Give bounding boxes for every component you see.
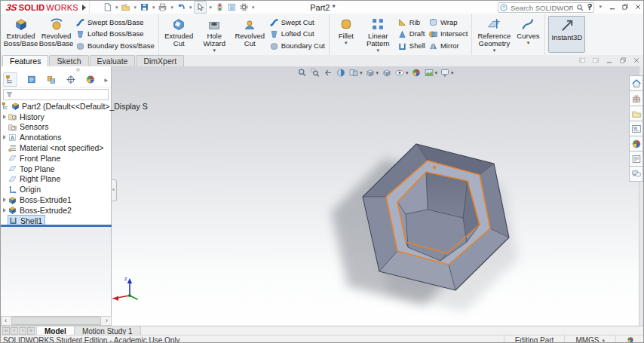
- expand-arrow-icon[interactable]: [1, 135, 8, 139]
- restore-button[interactable]: [621, 3, 629, 11]
- doc-close-button[interactable]: [633, 57, 640, 64]
- hole-wizard-button[interactable]: Hole Wizard ▾: [197, 15, 232, 54]
- tree-item-boss-extrude1[interactable]: Boss-Extrude1: [1, 194, 111, 205]
- graphics-viewport[interactable]: z x ▾ ▾ ▾ ▾ ▾: [1, 66, 644, 326]
- swept-cut-button[interactable]: Swept Cut: [269, 17, 325, 28]
- revolved-boss-base-button[interactable]: Revolved Boss/Base: [38, 15, 74, 54]
- units-selector[interactable]: MMGS ▴: [564, 335, 615, 343]
- tree-item-right-plane[interactable]: Right Plane: [1, 174, 111, 185]
- dropdown-caret-icon[interactable]: ▾: [527, 40, 530, 45]
- custom-properties-tab[interactable]: [629, 151, 643, 167]
- undo-button[interactable]: [176, 2, 187, 13]
- panel-tabs-overflow-icon[interactable]: ▸: [104, 76, 108, 84]
- reference-geometry-button[interactable]: Reference Geometry ▾: [474, 15, 514, 54]
- previous-view-button[interactable]: [323, 68, 333, 78]
- new-button[interactable]: [102, 2, 113, 13]
- boundary-cut-button[interactable]: Boundary Cut: [269, 41, 325, 51]
- minimize-button[interactable]: [609, 3, 616, 11]
- close-button[interactable]: [634, 3, 642, 11]
- tree-filter-box[interactable]: [3, 89, 109, 100]
- tab-features[interactable]: Features: [2, 55, 48, 66]
- tree-item-part[interactable]: Part2 (Default<<Default>_Display S: [1, 101, 111, 112]
- view-orientation-button[interactable]: ▾: [365, 68, 379, 78]
- first-tab-icon[interactable]: «: [2, 327, 10, 335]
- doc-restore-button[interactable]: [619, 57, 627, 64]
- search-icon[interactable]: [576, 4, 584, 12]
- open-button[interactable]: [120, 2, 131, 13]
- instant3d-button[interactable]: Instant3D: [548, 16, 585, 53]
- last-tab-icon[interactable]: »: [27, 327, 35, 335]
- next-tab-icon[interactable]: ›: [19, 327, 26, 335]
- tree-item-front-plane[interactable]: Front Plane: [1, 153, 111, 164]
- tab-sketch[interactable]: Sketch: [49, 55, 88, 66]
- expand-arrow-icon[interactable]: [1, 115, 8, 119]
- view-settings-button[interactable]: ▾: [440, 68, 454, 78]
- tree-item-boss-extrude2[interactable]: Boss-Extrude2: [1, 205, 111, 216]
- panel-collapse-handle[interactable]: [112, 179, 117, 201]
- displaymanager-tab-icon[interactable]: [85, 74, 96, 85]
- configurationmanager-tab-icon[interactable]: [46, 74, 57, 85]
- dropdown-caret-icon[interactable]: ▾: [213, 47, 216, 53]
- tree-item-sensors[interactable]: Sensors: [1, 122, 111, 133]
- lofted-cut-button[interactable]: Lofted Cut: [269, 29, 325, 39]
- appearances-tab[interactable]: [629, 136, 643, 152]
- file-explorer-tab[interactable]: [629, 106, 643, 121]
- scroll-left-icon[interactable]: ‹: [2, 317, 10, 325]
- file-properties-button[interactable]: [226, 2, 238, 13]
- solidworks-logo[interactable]: 3S SOLIDWORKS: [1, 1, 90, 14]
- tab-evaluate[interactable]: Evaluate: [90, 55, 136, 66]
- dropdown-caret-icon[interactable]: ▾: [493, 47, 496, 53]
- lofted-boss-base-button[interactable]: Lofted Boss/Base: [75, 29, 155, 39]
- curves-button[interactable]: Curves ▾: [514, 15, 542, 54]
- edit-appearance-button[interactable]: [411, 68, 422, 78]
- tree-item-origin[interactable]: Origin: [1, 184, 111, 194]
- panel-width-handle[interactable]: [76, 68, 80, 72]
- tree-item-top-plane[interactable]: Top Plane: [1, 164, 111, 174]
- prev-tab-icon[interactable]: ‹: [11, 327, 18, 335]
- draft-button[interactable]: Draft: [397, 29, 425, 39]
- menu-flyout-icon[interactable]: [82, 5, 86, 11]
- help-search-box[interactable]: ? ▾: [498, 2, 594, 13]
- 3d-drawing-view-button[interactable]: ▾: [348, 68, 363, 78]
- linear-pattern-button[interactable]: Linear Pattern ▾: [360, 15, 396, 54]
- print-button[interactable]: [157, 2, 168, 13]
- pane-right-icon[interactable]: [592, 57, 600, 64]
- pane-left-icon[interactable]: [578, 57, 586, 64]
- tree-item-history[interactable]: History: [1, 112, 111, 122]
- home-tab[interactable]: [629, 75, 643, 91]
- rebuild-button[interactable]: [214, 2, 225, 13]
- zoom-to-area-button[interactable]: [310, 68, 320, 78]
- featuremanager-tab[interactable]: [3, 72, 17, 87]
- tree-horizontal-scrollbar[interactable]: ‹ ›: [1, 316, 112, 326]
- forum-tab[interactable]: [629, 166, 643, 182]
- view-palette-tab[interactable]: [629, 121, 643, 136]
- search-input[interactable]: [509, 3, 575, 13]
- propertymanager-tab-icon[interactable]: [26, 74, 37, 85]
- boundary-boss-base-button[interactable]: Boundary Boss/Base: [75, 41, 155, 51]
- select-button[interactable]: [194, 1, 207, 14]
- revolved-cut-button[interactable]: Revolved Cut: [232, 15, 268, 54]
- display-style-button[interactable]: [381, 68, 392, 78]
- options-button[interactable]: [238, 2, 250, 13]
- wrap-button[interactable]: Wrap: [428, 17, 468, 28]
- save-button[interactable]: [139, 2, 150, 13]
- expand-arrow-icon[interactable]: [1, 198, 8, 202]
- section-view-button[interactable]: [336, 68, 346, 78]
- dropdown-caret-icon[interactable]: ▾: [377, 47, 380, 53]
- mirror-button[interactable]: Mirror: [428, 41, 468, 51]
- fillet-button[interactable]: Fillet ▾: [332, 15, 360, 54]
- doc-minimize-button[interactable]: [606, 57, 613, 64]
- swept-boss-base-button[interactable]: Swept Boss/Base: [75, 17, 155, 28]
- rib-button[interactable]: Rib: [397, 17, 425, 28]
- status-sphere-button[interactable]: [615, 335, 644, 343]
- extruded-cut-button[interactable]: Extruded Cut: [161, 15, 197, 54]
- tree-item-annotations[interactable]: Annotations: [1, 132, 111, 142]
- zoom-to-fit-button[interactable]: [297, 68, 308, 78]
- design-library-tab[interactable]: [629, 90, 643, 106]
- scrollbar-thumb[interactable]: [11, 317, 101, 325]
- dropdown-caret-icon[interactable]: ▾: [345, 40, 348, 45]
- tree-item-material[interactable]: Material <not specified>: [1, 142, 111, 153]
- shell-button[interactable]: Shell: [397, 41, 425, 51]
- expand-arrow-icon[interactable]: [1, 208, 8, 213]
- dimxpertmanager-tab-icon[interactable]: [66, 74, 76, 85]
